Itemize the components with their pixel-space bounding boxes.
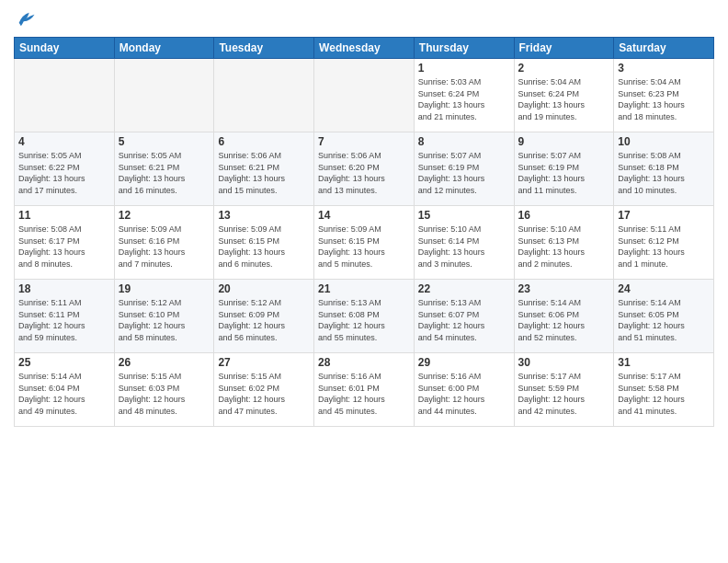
day-header-thursday: Thursday [414, 38, 514, 59]
day-header-monday: Monday [114, 38, 214, 59]
day-number: 3 [618, 62, 710, 75]
day-header-tuesday: Tuesday [214, 38, 314, 59]
day-info: Sunrise: 5:05 AM Sunset: 6:22 PM Dayligh… [18, 150, 110, 196]
calendar-week-1: 1Sunrise: 5:03 AM Sunset: 6:24 PM Daylig… [15, 59, 714, 132]
calendar-cell: 18Sunrise: 5:11 AM Sunset: 6:11 PM Dayli… [15, 280, 115, 353]
day-info: Sunrise: 5:17 AM Sunset: 5:58 PM Dayligh… [618, 371, 710, 417]
day-info: Sunrise: 5:11 AM Sunset: 6:12 PM Dayligh… [618, 224, 710, 270]
calendar-cell: 2Sunrise: 5:04 AM Sunset: 6:24 PM Daylig… [514, 59, 614, 132]
calendar-cell: 5Sunrise: 5:05 AM Sunset: 6:21 PM Daylig… [114, 132, 214, 206]
calendar-cell: 6Sunrise: 5:06 AM Sunset: 6:21 PM Daylig… [214, 132, 314, 206]
day-number: 26 [119, 356, 210, 369]
calendar-cell: 4Sunrise: 5:05 AM Sunset: 6:22 PM Daylig… [15, 132, 115, 206]
day-number: 30 [518, 356, 610, 369]
day-number: 29 [418, 356, 510, 369]
day-number: 21 [318, 282, 410, 295]
day-info: Sunrise: 5:04 AM Sunset: 6:24 PM Dayligh… [518, 76, 610, 122]
calendar-cell: 24Sunrise: 5:14 AM Sunset: 6:05 PM Dayli… [614, 280, 714, 353]
day-number: 24 [618, 282, 710, 295]
day-info: Sunrise: 5:11 AM Sunset: 6:11 PM Dayligh… [18, 297, 110, 343]
day-number: 28 [318, 356, 410, 369]
day-info: Sunrise: 5:12 AM Sunset: 6:09 PM Dayligh… [218, 297, 310, 343]
day-info: Sunrise: 5:09 AM Sunset: 6:16 PM Dayligh… [119, 224, 210, 270]
day-header-friday: Friday [514, 38, 614, 59]
day-info: Sunrise: 5:15 AM Sunset: 6:03 PM Dayligh… [119, 371, 210, 417]
day-header-wednesday: Wednesday [314, 38, 415, 59]
logo-bird-icon [16, 9, 36, 29]
calendar-cell: 29Sunrise: 5:16 AM Sunset: 6:00 PM Dayli… [414, 353, 514, 427]
day-info: Sunrise: 5:10 AM Sunset: 6:14 PM Dayligh… [418, 224, 510, 270]
day-number: 13 [218, 209, 310, 222]
day-info: Sunrise: 5:17 AM Sunset: 5:59 PM Dayligh… [518, 371, 610, 417]
calendar-cell: 11Sunrise: 5:08 AM Sunset: 6:17 PM Dayli… [15, 206, 115, 280]
day-info: Sunrise: 5:13 AM Sunset: 6:07 PM Dayligh… [418, 297, 510, 343]
calendar-cell [15, 59, 115, 132]
calendar-cell: 22Sunrise: 5:13 AM Sunset: 6:07 PM Dayli… [414, 280, 514, 353]
day-info: Sunrise: 5:14 AM Sunset: 6:04 PM Dayligh… [18, 371, 110, 417]
day-info: Sunrise: 5:09 AM Sunset: 6:15 PM Dayligh… [218, 224, 310, 270]
calendar-cell: 10Sunrise: 5:08 AM Sunset: 6:18 PM Dayli… [614, 132, 714, 206]
calendar-cell: 16Sunrise: 5:10 AM Sunset: 6:13 PM Dayli… [514, 206, 614, 280]
calendar-week-5: 25Sunrise: 5:14 AM Sunset: 6:04 PM Dayli… [15, 353, 714, 427]
day-info: Sunrise: 5:03 AM Sunset: 6:24 PM Dayligh… [418, 76, 510, 122]
day-number: 18 [18, 282, 110, 295]
day-number: 8 [418, 135, 510, 148]
day-number: 4 [18, 135, 110, 148]
calendar: SundayMondayTuesdayWednesdayThursdayFrid… [14, 37, 714, 427]
calendar-cell: 7Sunrise: 5:06 AM Sunset: 6:20 PM Daylig… [314, 132, 415, 206]
calendar-cell [314, 59, 415, 132]
calendar-header-row: SundayMondayTuesdayWednesdayThursdayFrid… [15, 38, 714, 59]
calendar-cell: 15Sunrise: 5:10 AM Sunset: 6:14 PM Dayli… [414, 206, 514, 280]
day-info: Sunrise: 5:14 AM Sunset: 6:06 PM Dayligh… [518, 297, 610, 343]
day-info: Sunrise: 5:07 AM Sunset: 6:19 PM Dayligh… [518, 150, 610, 196]
day-info: Sunrise: 5:09 AM Sunset: 6:15 PM Dayligh… [318, 224, 410, 270]
calendar-cell: 26Sunrise: 5:15 AM Sunset: 6:03 PM Dayli… [114, 353, 214, 427]
day-info: Sunrise: 5:08 AM Sunset: 6:17 PM Dayligh… [18, 224, 110, 270]
day-number: 22 [418, 282, 510, 295]
calendar-cell: 19Sunrise: 5:12 AM Sunset: 6:10 PM Dayli… [114, 280, 214, 353]
day-number: 7 [318, 135, 410, 148]
day-info: Sunrise: 5:10 AM Sunset: 6:13 PM Dayligh… [518, 224, 610, 270]
calendar-week-4: 18Sunrise: 5:11 AM Sunset: 6:11 PM Dayli… [15, 280, 714, 353]
day-info: Sunrise: 5:15 AM Sunset: 6:02 PM Dayligh… [218, 371, 310, 417]
calendar-cell: 28Sunrise: 5:16 AM Sunset: 6:01 PM Dayli… [314, 353, 415, 427]
header [14, 9, 714, 29]
calendar-week-2: 4Sunrise: 5:05 AM Sunset: 6:22 PM Daylig… [15, 132, 714, 206]
day-info: Sunrise: 5:06 AM Sunset: 6:20 PM Dayligh… [318, 150, 410, 196]
day-number: 6 [218, 135, 310, 148]
calendar-cell: 20Sunrise: 5:12 AM Sunset: 6:09 PM Dayli… [214, 280, 314, 353]
calendar-cell: 1Sunrise: 5:03 AM Sunset: 6:24 PM Daylig… [414, 59, 514, 132]
calendar-cell: 31Sunrise: 5:17 AM Sunset: 5:58 PM Dayli… [614, 353, 714, 427]
day-number: 16 [518, 209, 610, 222]
day-info: Sunrise: 5:04 AM Sunset: 6:23 PM Dayligh… [618, 76, 710, 122]
day-header-saturday: Saturday [614, 38, 714, 59]
calendar-cell: 27Sunrise: 5:15 AM Sunset: 6:02 PM Dayli… [214, 353, 314, 427]
calendar-cell: 12Sunrise: 5:09 AM Sunset: 6:16 PM Dayli… [114, 206, 214, 280]
logo-text [14, 9, 36, 29]
day-info: Sunrise: 5:07 AM Sunset: 6:19 PM Dayligh… [418, 150, 510, 196]
day-info: Sunrise: 5:06 AM Sunset: 6:21 PM Dayligh… [218, 150, 310, 196]
day-number: 23 [518, 282, 610, 295]
calendar-cell: 13Sunrise: 5:09 AM Sunset: 6:15 PM Dayli… [214, 206, 314, 280]
calendar-cell: 25Sunrise: 5:14 AM Sunset: 6:04 PM Dayli… [15, 353, 115, 427]
day-number: 11 [18, 209, 110, 222]
day-number: 25 [18, 356, 110, 369]
day-info: Sunrise: 5:16 AM Sunset: 6:00 PM Dayligh… [418, 371, 510, 417]
day-number: 10 [618, 135, 710, 148]
day-number: 15 [418, 209, 510, 222]
day-number: 1 [418, 62, 510, 75]
day-number: 2 [518, 62, 610, 75]
day-number: 5 [119, 135, 210, 148]
day-number: 12 [119, 209, 210, 222]
day-number: 27 [218, 356, 310, 369]
day-number: 31 [618, 356, 710, 369]
calendar-cell: 8Sunrise: 5:07 AM Sunset: 6:19 PM Daylig… [414, 132, 514, 206]
day-number: 19 [119, 282, 210, 295]
day-number: 14 [318, 209, 410, 222]
calendar-cell: 23Sunrise: 5:14 AM Sunset: 6:06 PM Dayli… [514, 280, 614, 353]
calendar-cell [214, 59, 314, 132]
calendar-cell: 17Sunrise: 5:11 AM Sunset: 6:12 PM Dayli… [614, 206, 714, 280]
calendar-cell: 21Sunrise: 5:13 AM Sunset: 6:08 PM Dayli… [314, 280, 415, 353]
calendar-cell: 9Sunrise: 5:07 AM Sunset: 6:19 PM Daylig… [514, 132, 614, 206]
logo [14, 9, 36, 29]
